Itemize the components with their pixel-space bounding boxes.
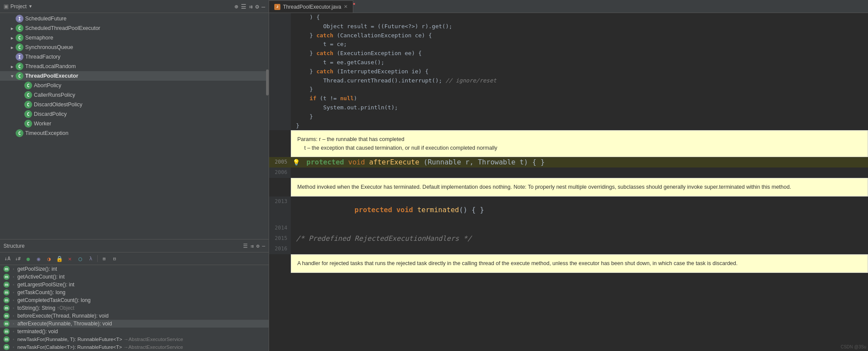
struct-item-get-active-count[interactable]: m ◦ getActiveCount(): int [0,273,269,281]
code-line: t = ce; [296,40,863,49]
tree-item-semaphore[interactable]: ▶ C Semaphore [0,33,269,43]
struct-item-get-completed-task-count[interactable]: m ◦ getCompletedTaskCount(): long [0,296,269,304]
tree-label-tpe: ThreadPoolExecutor [25,73,78,79]
empty-line [291,167,868,178]
struct-item-new-task-for-callable[interactable]: m ◦ newTaskFor(Callable<T>): RunnableFut… [0,343,269,351]
tab-close-button[interactable]: ✕ [344,4,348,10]
settings-icon[interactable]: ⚙ [255,3,259,10]
code-line: Object result = ((Future<?>) r).get(); [296,22,863,31]
separator [97,255,98,262]
tree-label-stpe: ScheduledThreadPoolExecutor [25,25,100,31]
struct-label: getLargestPoolSize(): int [17,282,74,288]
locate-icon[interactable]: ⊕ [234,3,238,10]
expand-btn[interactable]: ⊞ [99,254,109,263]
visibility-icon: ◦ [11,344,16,350]
code-line-2013: protected void terminated() { } [291,197,868,223]
keyword-protected: protected [306,158,344,166]
sort-alpha-btn[interactable]: ↓A [3,254,12,263]
tree-label-crp: CallerRunsPolicy [34,92,75,98]
filter-circle-btn[interactable]: ◯ [76,254,85,263]
tab-bar: J ThreadPoolExecutor.java ✕ [269,0,868,13]
right-panel: J ThreadPoolExecutor.java ✕ [269,0,868,351]
tree-item-thread-pool-executor[interactable]: ▼ C ThreadPoolExecutor [0,71,269,81]
tree-item-thread-local-random[interactable]: ▶ C ThreadLocalRandom [0,62,269,71]
settings-icon[interactable]: ⚙ [256,243,260,249]
code-line: } catch (InterruptedException ie) { [296,67,863,76]
visibility-icon: ◦ [11,298,16,303]
tree-icon-c: C [16,24,23,32]
tree-item-thread-factory[interactable]: I ThreadFactory [0,52,269,62]
code-line: if (t != null) [296,94,863,103]
tree-item-caller-runs-policy[interactable]: C CallerRunsPolicy [0,90,269,100]
struct-item-after-execute[interactable]: m ◦ afterExecute(Runnable, Throwable): v… [0,320,269,328]
tree-arrow: ▶ [9,64,16,69]
javadoc-popup-1: Params: r – the runnable that has comple… [291,130,868,157]
empty-line-2014 [291,223,868,233]
struct-item-new-task-for-runnable[interactable]: m ◦ newTaskFor(Runnable, T): RunnableFut… [0,335,269,343]
struct-label: getTaskCount(): long [17,289,66,295]
code-line: } [296,112,863,121]
watermark: CSDN @3Su [841,344,866,349]
code-line: } catch (ExecutionException ee) { [296,49,863,58]
filter-lock-btn[interactable]: 🔒 [55,254,64,263]
tree-item-discard-oldest-policy[interactable]: C DiscardOldestPolicy [0,100,269,109]
struct-item-get-largest-pool-size[interactable]: m ◦ getLargestPoolSize(): int [0,281,269,289]
method-badge: m [3,313,10,319]
tree-item-timeout-exception[interactable]: C TimeoutException [0,128,269,138]
struct-item-get-pool-size[interactable]: m ◦ getPoolSize(): int [0,265,269,273]
code-line: } catch (CancellationException ce) { [296,31,863,40]
struct-item-terminated[interactable]: m ◦ terminated(): void [0,328,269,335]
minimize-icon[interactable]: — [262,3,265,10]
code-editor[interactable]: ) { Object result = ((Future<?>) r).get(… [269,13,868,351]
struct-item-before-execute[interactable]: m ◦ beforeExecute(Thread, Runnable): voi… [0,312,269,320]
project-icon: ▣ [3,3,9,10]
filter-lambda-btn[interactable]: λ [86,254,95,263]
tree-label-te: TimeoutException [25,130,69,136]
line-number-2016: 2016 [273,245,287,253]
tree-icon-i: I [16,15,23,23]
filter-methods-btn[interactable]: ◑ [44,254,54,263]
tree-item-synchronous-queue[interactable]: ▶ C SynchronousQueue [0,43,269,52]
tree-label-semaphore: Semaphore [25,35,53,41]
struct-item-to-string[interactable]: m ◦ toString(): String ↑Object [0,304,269,312]
collapse-btn[interactable]: ⊟ [110,254,119,263]
filter-properties-btn[interactable]: ◉ [34,254,43,263]
tree-item-scheduled-thread-pool-executor[interactable]: ▶ C ScheduledThreadPoolExecutor [0,23,269,33]
tree-label-dp: DiscardPolicy [34,111,67,117]
struct-label: getActiveCount(): int [17,274,65,280]
tree-item-abort-policy[interactable]: C AbortPolicy [0,81,269,90]
visibility-icon: ◦ [11,290,16,295]
javadoc-popup-3: A handler for rejected tasks that runs t… [291,254,868,273]
visibility-icon: ◦ [11,321,16,326]
tab-thread-pool-executor[interactable]: J ThreadPoolExecutor.java ✕ [269,0,353,13]
tree-item-worker[interactable]: C Worker [0,119,269,128]
tree-scrollbar[interactable] [266,69,269,95]
dropdown-arrow[interactable]: ▼ [28,4,33,9]
gutter-2014: 2014 [269,223,291,233]
filter-fields-btn[interactable]: ● [23,254,33,263]
code-line: System.out.println(t); [296,103,863,112]
gutter-2015: 2015 [269,233,291,244]
tree-item-scheduled-future[interactable]: I ScheduledFuture [0,14,269,23]
filter-x-btn[interactable]: ✕ [65,254,75,263]
terminated-code: protected void terminated() { } [296,206,484,222]
sort-icon[interactable]: ☰ [241,3,247,10]
struct-item-get-task-count[interactable]: m ◦ getTaskCount(): long [0,289,269,296]
gutter-2005: 2005 [269,157,291,167]
tree-icon-c: C [16,129,23,137]
javadoc-popup-2: Method invoked when the Executor has ter… [291,178,868,197]
tree-label-scheduled-future: ScheduledFuture [25,16,66,22]
code-section-top: ) { Object result = ((Future<?>) r).get(… [269,13,868,130]
structure-panel: Structure ☰ ⇉ ⚙ — ↓A ↓# ● ◉ ◑ 🔒 ✕ ◯ λ ⊞ … [0,239,269,351]
collapse-icon[interactable]: ⇉ [249,3,253,10]
method-badge: m [3,305,10,311]
sort-order-btn[interactable]: ↓# [13,254,23,263]
method-name: afterExecute [369,158,420,166]
visibility-icon: ◦ [11,313,16,318]
tree-item-discard-policy[interactable]: C DiscardPolicy [0,109,269,119]
minimize-icon[interactable]: — [262,243,265,249]
line-number-2006: 2006 [273,168,287,177]
method-badge: m [3,266,10,272]
sort-icon[interactable]: ☰ [243,243,248,249]
collapse-icon[interactable]: ⇉ [250,243,253,249]
